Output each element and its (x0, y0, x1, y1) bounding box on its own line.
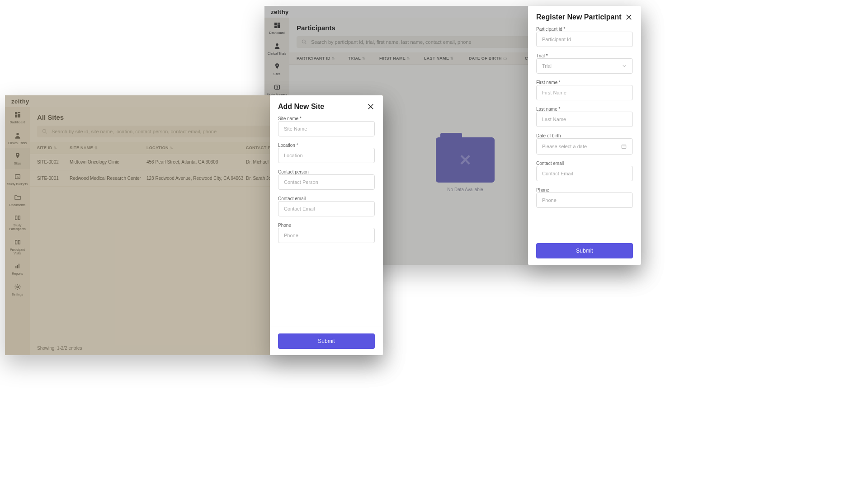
last-name-label: Last name (536, 107, 633, 112)
close-icon[interactable] (367, 103, 375, 111)
drawer-title: Register New Participant (536, 13, 622, 21)
location-input[interactable] (278, 148, 375, 163)
participant-id-input[interactable] (536, 32, 633, 47)
contact-email-input[interactable] (278, 201, 375, 216)
first-name-input[interactable] (536, 85, 633, 100)
dob-placeholder: Please select a date (542, 144, 587, 149)
site-name-input[interactable] (278, 121, 375, 136)
drawer-title: Add New Site (278, 103, 324, 111)
close-icon[interactable] (625, 13, 633, 21)
last-name-input[interactable] (536, 112, 633, 127)
calendar-icon (621, 143, 627, 150)
contact-email-label: Contact email (536, 161, 633, 166)
contact-email-input[interactable] (536, 166, 633, 181)
phone-input[interactable] (278, 228, 375, 243)
contact-person-input[interactable] (278, 174, 375, 190)
chevron-down-icon (622, 63, 627, 69)
phone-input[interactable] (536, 192, 633, 208)
first-name-label: First name (536, 80, 633, 85)
phone-label: Phone (278, 223, 375, 228)
trial-select[interactable]: Trial (536, 58, 633, 74)
participant-id-label: Participant id (536, 27, 633, 32)
drawer-header: Add New Site (270, 95, 383, 114)
trial-select-placeholder: Trial (542, 63, 552, 69)
register-participant-drawer: Register New Participant Participant id … (528, 6, 641, 265)
submit-button[interactable]: Submit (278, 333, 375, 349)
trial-label: Trial (536, 53, 633, 58)
submit-button[interactable]: Submit (536, 243, 633, 258)
add-site-drawer: Add New Site Site name Location Contact … (270, 95, 383, 355)
contact-email-label: Contact email (278, 196, 375, 201)
dob-label: Date of birth (536, 133, 633, 138)
site-name-label: Site name (278, 116, 375, 121)
drawer-header: Register New Participant (528, 6, 641, 25)
phone-label: Phone (536, 188, 633, 192)
svg-rect-12 (622, 145, 626, 149)
dob-input[interactable]: Please select a date (536, 138, 633, 155)
location-label: Location (278, 143, 375, 148)
contact-person-label: Contact person (278, 169, 375, 174)
